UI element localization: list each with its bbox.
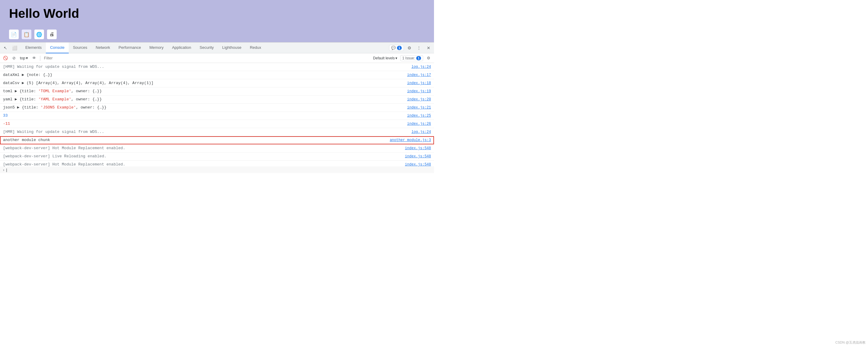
tab-redux[interactable]: Redux [246, 42, 266, 53]
log-row: yaml ▶ {title: 'YAML Example', owner: {…… [0, 96, 434, 104]
log-row: json5 ▶ {title: 'JSON5 Example', owner: … [0, 104, 434, 112]
log-row: -11index.js:26 [0, 120, 434, 128]
log-row: dataXml ▶ {note: {…}}index.js:17 [0, 71, 434, 79]
page-icon-3: 🌐 [34, 30, 44, 39]
tab-memory[interactable]: Memory [145, 42, 168, 53]
log-source[interactable]: index.js:26 [392, 121, 434, 127]
log-row: [webpack-dev-server] Live Reloading enab… [0, 153, 434, 161]
log-content: json5 ▶ {title: 'JSON5 Example', owner: … [0, 104, 392, 111]
settings-icon[interactable]: ⚙ [405, 44, 413, 52]
log-content: dataCsv ▶ (5) [Array(4), Array(4), Array… [0, 80, 392, 87]
devtools-tabs-left: ↖ ⬜ [1, 44, 19, 52]
log-content: -11 [0, 121, 392, 127]
log-source[interactable]: index.js:548 [392, 153, 434, 160]
log-source[interactable]: another_module.js:3 [389, 137, 434, 144]
tab-console[interactable]: Console [46, 42, 69, 53]
tab-elements[interactable]: Elements [21, 42, 46, 53]
eye-icon[interactable]: 👁 [30, 55, 38, 62]
log-row: dataCsv ▶ (5) [Array(4), Array(4), Array… [0, 79, 434, 87]
page-icon-4: 🖨 [47, 30, 57, 39]
console-toolbar: 🚫 ⊘ top ▾ 👁 | Default levels ▾ 1 Issue: … [0, 53, 434, 63]
console-issues-count[interactable]: 1 Issue: 1 [400, 55, 423, 61]
context-label: top [20, 56, 25, 60]
log-content: [HMR] Waiting for update signal from WDS… [0, 129, 392, 135]
devtools-tabs-bar: ↖ ⬜ Elements Console Sources Network Per… [0, 42, 434, 53]
tab-network[interactable]: Network [92, 42, 115, 53]
log-content: [webpack-dev-server] Live Reloading enab… [0, 153, 392, 160]
log-row: [HMR] Waiting for update signal from WDS… [0, 128, 434, 136]
issues-badge[interactable]: 💬 1 [389, 45, 404, 51]
log-row: [webpack-dev-server] Hot Module Replacem… [0, 161, 434, 166]
toolbar-divider: | [39, 55, 41, 61]
dropdown-arrow-icon: ▾ [26, 56, 28, 60]
console-issues-badge: 1 [416, 56, 421, 60]
log-row: toml ▶ {title: 'TOML Example', owner: {…… [0, 87, 434, 96]
default-levels-dropdown[interactable]: Default levels ▾ [372, 56, 398, 61]
log-source[interactable]: log.js:24 [392, 129, 434, 135]
log-content: toml ▶ {title: 'TOML Example', owner: {…… [0, 88, 392, 95]
console-log: [HMR] Waiting for update signal from WDS… [0, 63, 434, 166]
badge-count: 1 [397, 46, 402, 50]
block-network-btn[interactable]: ⊘ [10, 55, 18, 62]
log-row: another module chunkanother_module.js:3 [0, 136, 434, 145]
page-content: Hello World 📄 📋 🌐 🖨 [0, 0, 434, 42]
close-devtools-icon[interactable]: ✕ [424, 44, 433, 52]
page-icons: 📄 📋 🌐 🖨 [9, 30, 57, 39]
console-issues-label: 1 Issue: [402, 56, 415, 60]
tab-sources[interactable]: Sources [69, 42, 92, 53]
tab-lighthouse[interactable]: Lighthouse [218, 42, 246, 53]
filter-input[interactable] [43, 55, 371, 61]
log-row: [HMR] Waiting for update signal from WDS… [0, 63, 434, 71]
prompt-icon: › [3, 167, 4, 172]
issues-icon: 💬 [391, 46, 396, 50]
page-icon-1: 📄 [9, 30, 19, 39]
context-dropdown[interactable]: top ▾ [19, 55, 29, 61]
log-source[interactable]: index.js:18 [392, 80, 434, 87]
clear-console-btn[interactable]: 🚫 [2, 55, 9, 62]
devtools-tabs-right: 💬 1 ⚙ ⋮ ✕ [389, 44, 433, 52]
log-content: [webpack-dev-server] Hot Module Replacem… [0, 145, 392, 152]
tab-performance[interactable]: Performance [114, 42, 145, 53]
log-source[interactable]: index.js:548 [392, 161, 434, 166]
console-prompt-row[interactable]: › | [0, 166, 434, 173]
default-levels-label: Default levels [373, 56, 395, 60]
devtools-panel: ↖ ⬜ Elements Console Sources Network Per… [0, 42, 434, 173]
log-source[interactable]: log.js:24 [392, 64, 434, 70]
device-toggle-icon[interactable]: ⬜ [10, 44, 19, 52]
more-options-icon[interactable]: ⋮ [415, 44, 423, 52]
page-title: Hello World [9, 6, 425, 21]
prompt-cursor: | [6, 167, 7, 172]
console-toolbar-right: Default levels ▾ 1 Issue: 1 ⚙ [372, 55, 432, 62]
console-settings-icon[interactable]: ⚙ [425, 55, 432, 62]
log-content: 33 [0, 113, 392, 119]
tab-security[interactable]: Security [195, 42, 218, 53]
log-content: yaml ▶ {title: 'YAML Example', owner: {…… [0, 96, 392, 103]
log-content: dataXml ▶ {note: {…}} [0, 72, 392, 78]
log-content: [webpack-dev-server] Hot Module Replacem… [0, 161, 392, 166]
inspect-icon[interactable]: ↖ [1, 44, 10, 52]
log-source[interactable]: index.js:21 [392, 104, 434, 111]
page-icon-2: 📋 [22, 30, 31, 39]
log-source[interactable]: index.js:25 [392, 113, 434, 119]
log-row: [webpack-dev-server] Hot Module Replacem… [0, 145, 434, 153]
log-content: [HMR] Waiting for update signal from WDS… [0, 64, 392, 70]
log-source[interactable]: index.js:19 [392, 88, 434, 95]
levels-arrow-icon: ▾ [396, 56, 397, 60]
tab-application[interactable]: Application [168, 42, 195, 53]
log-content: another module chunk [0, 137, 389, 144]
log-source[interactable]: index.js:20 [392, 96, 434, 103]
log-source[interactable]: index.js:17 [392, 72, 434, 78]
log-row: 33index.js:25 [0, 112, 434, 120]
log-source[interactable]: index.js:548 [392, 145, 434, 152]
